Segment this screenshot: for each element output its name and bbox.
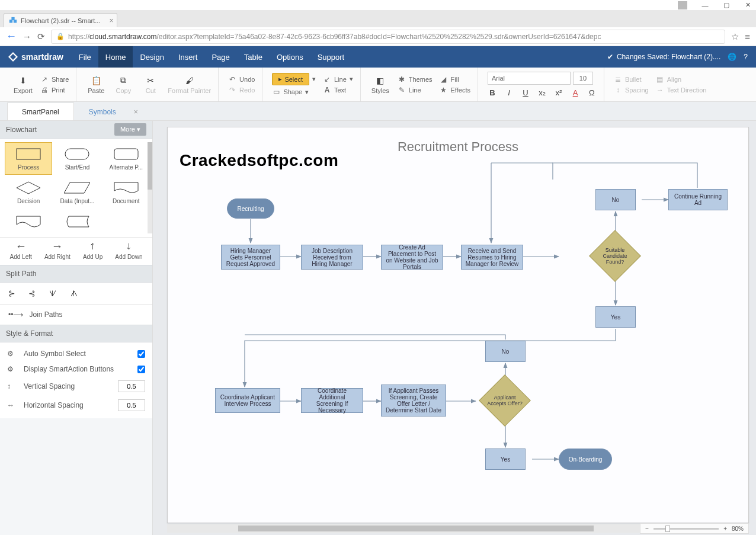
zoom-out-icon[interactable]: −: [645, 526, 649, 532]
back-button[interactable]: ←: [6, 30, 17, 43]
bullet-button[interactable]: ≣Bullet: [614, 75, 649, 84]
browser-menu-icon[interactable]: ≡: [745, 31, 750, 41]
line-tool[interactable]: ↙Line ▾: [323, 75, 353, 84]
font-name-select[interactable]: Arial: [488, 72, 571, 85]
shape-extra-2[interactable]: [53, 210, 101, 233]
add-left-button[interactable]: 🡐Add Left: [10, 242, 32, 260]
node-accepts-offer[interactable]: Applicant Accepts Offer?: [479, 374, 531, 427]
canvas-page[interactable]: Recruitment Process Crackedsoftpc.com: [167, 127, 749, 523]
smartaction-checkbox[interactable]: [137, 366, 145, 373]
share-button[interactable]: ↗Share: [40, 75, 69, 84]
node-continue-ad[interactable]: Continue Running Ad: [668, 189, 728, 210]
add-right-button[interactable]: 🡒Add Right: [44, 242, 71, 260]
zoom-control[interactable]: − + 80%: [640, 523, 749, 534]
menu-design[interactable]: Design: [133, 46, 171, 68]
shape-document[interactable]: Document: [102, 176, 150, 209]
join-paths-button[interactable]: ••⟶Join Paths: [0, 304, 152, 325]
tab-smartpanel[interactable]: SmartPanel: [7, 102, 74, 120]
menu-home[interactable]: Home: [98, 46, 133, 68]
add-down-button[interactable]: 🡓Add Down: [115, 242, 142, 260]
subscript-button[interactable]: x₂: [537, 88, 547, 97]
node-if-passes[interactable]: If Applicant Passes Screening, Create Of…: [381, 385, 446, 417]
maximize-button[interactable]: ▢: [723, 2, 730, 9]
node-suitable-found[interactable]: Suitable Candidate Found?: [589, 230, 641, 282]
user-icon[interactable]: [678, 1, 687, 9]
menu-table[interactable]: Table: [237, 46, 270, 68]
notifications-icon[interactable]: 🌐: [728, 53, 736, 61]
format-painter-button[interactable]: 🖌Format Painter: [168, 75, 211, 94]
select-tool[interactable]: ▸ Select▾: [272, 73, 316, 85]
menu-support[interactable]: Support: [310, 46, 352, 68]
node-onboarding[interactable]: On-Boarding: [559, 448, 612, 470]
menu-options[interactable]: Options: [270, 46, 310, 68]
menu-file[interactable]: File: [72, 46, 98, 68]
node-yes-1[interactable]: Yes: [595, 306, 636, 328]
underline-button[interactable]: U: [521, 88, 530, 97]
browser-tab[interactable]: Flowchart (2).sdr -- Smart... ×: [4, 13, 117, 27]
zoom-slider[interactable]: [654, 528, 719, 530]
split-down-icon[interactable]: ⩛: [49, 289, 57, 298]
font-color-button[interactable]: A: [571, 88, 580, 97]
cut-button[interactable]: ✂Cut: [140, 75, 161, 94]
vspacing-input[interactable]: [118, 380, 145, 392]
close-icon[interactable]: ×: [134, 108, 138, 116]
shape-scrollbar[interactable]: [148, 142, 152, 233]
spacing-button[interactable]: ↕Spacing: [614, 86, 649, 94]
align-button[interactable]: ▤Align: [656, 75, 707, 84]
node-recruiting[interactable]: Recruiting: [227, 198, 274, 219]
shape-decision[interactable]: Decision: [5, 176, 52, 209]
fill-button[interactable]: ◢Fill: [440, 75, 470, 84]
italic-button[interactable]: I: [504, 88, 514, 97]
brand[interactable]: smartdraw: [0, 46, 72, 68]
forward-button[interactable]: →: [23, 31, 31, 41]
text-direction-button[interactable]: →Text Direction: [656, 86, 707, 94]
export-button[interactable]: ⬇Export: [13, 75, 33, 94]
add-up-button[interactable]: 🡑Add Up: [83, 242, 102, 260]
close-window-button[interactable]: ✕: [744, 2, 751, 9]
copy-button[interactable]: ⧉Copy: [113, 75, 133, 94]
node-no-1[interactable]: No: [595, 189, 636, 210]
symbol-button[interactable]: Ω: [587, 88, 597, 97]
paste-button[interactable]: 📋Paste: [86, 75, 106, 94]
split-up-icon[interactable]: ⩚: [70, 289, 78, 298]
hspacing-input[interactable]: [118, 399, 145, 411]
minimize-button[interactable]: —: [701, 2, 709, 9]
undo-button[interactable]: ↶Undo: [228, 75, 255, 84]
shape-alternate[interactable]: Alternate P...: [102, 142, 150, 175]
reload-button[interactable]: ⟳: [37, 31, 45, 42]
more-button[interactable]: More ▾: [114, 123, 146, 136]
effects-button[interactable]: ★Effects: [440, 86, 470, 94]
menu-insert[interactable]: Insert: [171, 46, 205, 68]
help-icon[interactable]: ?: [744, 53, 748, 61]
line-style-button[interactable]: ✎Line: [398, 86, 433, 94]
menu-page[interactable]: Page: [204, 46, 236, 68]
split-right-icon[interactable]: ⊱: [8, 289, 15, 298]
tab-close-icon[interactable]: ×: [109, 17, 113, 25]
url-bar[interactable]: 🔒 https://cloud.smartdraw.com/editor.asp…: [51, 30, 725, 44]
text-tool[interactable]: AText: [323, 86, 353, 94]
font-size-input[interactable]: 10: [573, 72, 593, 85]
node-no-2[interactable]: No: [485, 341, 526, 362]
redo-button[interactable]: ↷Redo: [228, 86, 255, 94]
node-hiring-manager[interactable]: Hiring Manager Gets Personnel Request Ap…: [221, 245, 280, 270]
node-create-ad[interactable]: Create Ad Placement to Post on Website a…: [381, 245, 443, 270]
shape-tool[interactable]: ▭Shape ▾: [272, 88, 316, 96]
node-job-description[interactable]: Job Description Received from Hiring Man…: [301, 245, 363, 270]
bold-button[interactable]: B: [488, 88, 497, 97]
node-coord-interview[interactable]: Coordinate Applicant Interview Process: [215, 388, 280, 413]
shape-start-end[interactable]: Start/End: [53, 142, 101, 175]
node-coord-screening[interactable]: Coordinate Additional Screening If Neces…: [301, 388, 363, 413]
split-left-icon[interactable]: ⊰: [28, 289, 36, 298]
print-button[interactable]: 🖨Print: [40, 86, 69, 94]
styles-button[interactable]: ◧Styles: [370, 75, 390, 94]
zoom-in-icon[interactable]: +: [723, 526, 727, 532]
bookmark-icon[interactable]: ☆: [731, 31, 739, 42]
themes-button[interactable]: ✱Themes: [398, 75, 433, 84]
shape-data[interactable]: Data (Input...: [53, 176, 101, 209]
shape-extra-1[interactable]: [5, 210, 52, 233]
node-yes-2[interactable]: Yes: [485, 448, 526, 470]
superscript-button[interactable]: x²: [554, 88, 563, 97]
tab-symbols[interactable]: Symbols×: [74, 102, 153, 120]
shape-process[interactable]: Process: [5, 142, 52, 175]
node-receive[interactable]: Receive and Send Resumes to Hiring Manag…: [461, 245, 523, 270]
